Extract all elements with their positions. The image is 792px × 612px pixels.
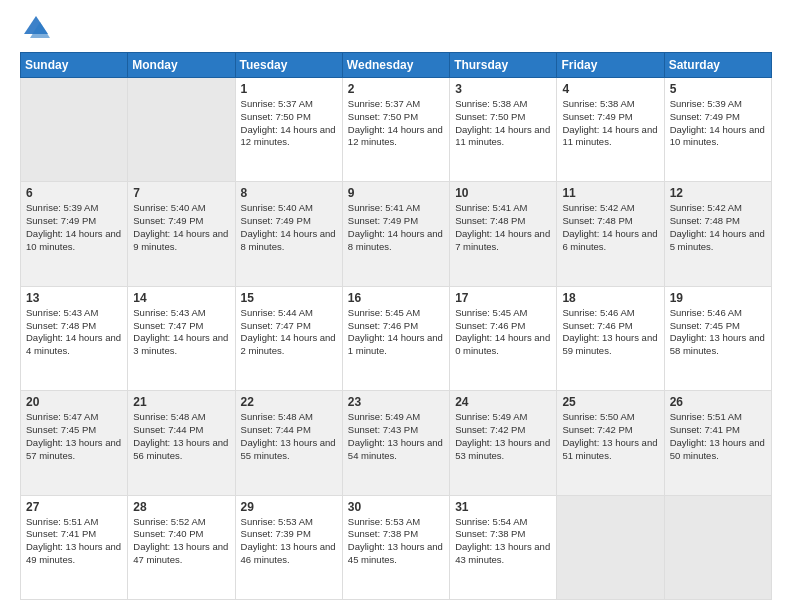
logo [20,16,50,42]
calendar-day-cell: 5Sunrise: 5:39 AM Sunset: 7:49 PM Daylig… [664,78,771,182]
calendar-header-cell: Sunday [21,53,128,78]
day-info: Sunrise: 5:46 AM Sunset: 7:45 PM Dayligh… [670,307,766,358]
day-info: Sunrise: 5:42 AM Sunset: 7:48 PM Dayligh… [562,202,658,253]
day-info: Sunrise: 5:40 AM Sunset: 7:49 PM Dayligh… [241,202,337,253]
day-info: Sunrise: 5:51 AM Sunset: 7:41 PM Dayligh… [26,516,122,567]
calendar-day-cell: 27Sunrise: 5:51 AM Sunset: 7:41 PM Dayli… [21,495,128,599]
day-number: 2 [348,82,444,96]
day-info: Sunrise: 5:38 AM Sunset: 7:50 PM Dayligh… [455,98,551,149]
day-info: Sunrise: 5:39 AM Sunset: 7:49 PM Dayligh… [26,202,122,253]
day-number: 7 [133,186,229,200]
day-number: 14 [133,291,229,305]
day-info: Sunrise: 5:42 AM Sunset: 7:48 PM Dayligh… [670,202,766,253]
day-info: Sunrise: 5:49 AM Sunset: 7:42 PM Dayligh… [455,411,551,462]
calendar-day-cell: 16Sunrise: 5:45 AM Sunset: 7:46 PM Dayli… [342,286,449,390]
calendar-day-cell: 30Sunrise: 5:53 AM Sunset: 7:38 PM Dayli… [342,495,449,599]
calendar-day-cell: 11Sunrise: 5:42 AM Sunset: 7:48 PM Dayli… [557,182,664,286]
day-info: Sunrise: 5:49 AM Sunset: 7:43 PM Dayligh… [348,411,444,462]
calendar-day-cell [128,78,235,182]
calendar-day-cell [21,78,128,182]
calendar-day-cell: 23Sunrise: 5:49 AM Sunset: 7:43 PM Dayli… [342,391,449,495]
day-info: Sunrise: 5:37 AM Sunset: 7:50 PM Dayligh… [241,98,337,149]
day-info: Sunrise: 5:41 AM Sunset: 7:48 PM Dayligh… [455,202,551,253]
calendar-day-cell: 13Sunrise: 5:43 AM Sunset: 7:48 PM Dayli… [21,286,128,390]
day-number: 21 [133,395,229,409]
calendar-day-cell: 9Sunrise: 5:41 AM Sunset: 7:49 PM Daylig… [342,182,449,286]
day-number: 10 [455,186,551,200]
day-number: 9 [348,186,444,200]
day-number: 20 [26,395,122,409]
calendar-day-cell: 31Sunrise: 5:54 AM Sunset: 7:38 PM Dayli… [450,495,557,599]
day-info: Sunrise: 5:46 AM Sunset: 7:46 PM Dayligh… [562,307,658,358]
day-number: 27 [26,500,122,514]
calendar-day-cell: 10Sunrise: 5:41 AM Sunset: 7:48 PM Dayli… [450,182,557,286]
calendar-day-cell: 22Sunrise: 5:48 AM Sunset: 7:44 PM Dayli… [235,391,342,495]
calendar-table: SundayMondayTuesdayWednesdayThursdayFrid… [20,52,772,600]
calendar-day-cell: 25Sunrise: 5:50 AM Sunset: 7:42 PM Dayli… [557,391,664,495]
day-number: 13 [26,291,122,305]
day-number: 24 [455,395,551,409]
day-info: Sunrise: 5:47 AM Sunset: 7:45 PM Dayligh… [26,411,122,462]
day-info: Sunrise: 5:53 AM Sunset: 7:39 PM Dayligh… [241,516,337,567]
day-number: 19 [670,291,766,305]
day-number: 22 [241,395,337,409]
calendar-day-cell: 4Sunrise: 5:38 AM Sunset: 7:49 PM Daylig… [557,78,664,182]
day-number: 30 [348,500,444,514]
day-info: Sunrise: 5:40 AM Sunset: 7:49 PM Dayligh… [133,202,229,253]
day-info: Sunrise: 5:43 AM Sunset: 7:48 PM Dayligh… [26,307,122,358]
day-number: 28 [133,500,229,514]
calendar-header-row: SundayMondayTuesdayWednesdayThursdayFrid… [21,53,772,78]
calendar-header-cell: Friday [557,53,664,78]
day-number: 3 [455,82,551,96]
day-number: 26 [670,395,766,409]
day-info: Sunrise: 5:45 AM Sunset: 7:46 PM Dayligh… [348,307,444,358]
day-info: Sunrise: 5:43 AM Sunset: 7:47 PM Dayligh… [133,307,229,358]
calendar-day-cell: 2Sunrise: 5:37 AM Sunset: 7:50 PM Daylig… [342,78,449,182]
day-number: 11 [562,186,658,200]
page: SundayMondayTuesdayWednesdayThursdayFrid… [0,0,792,612]
day-info: Sunrise: 5:50 AM Sunset: 7:42 PM Dayligh… [562,411,658,462]
day-info: Sunrise: 5:48 AM Sunset: 7:44 PM Dayligh… [241,411,337,462]
calendar-day-cell: 3Sunrise: 5:38 AM Sunset: 7:50 PM Daylig… [450,78,557,182]
calendar-day-cell: 21Sunrise: 5:48 AM Sunset: 7:44 PM Dayli… [128,391,235,495]
calendar-header-cell: Saturday [664,53,771,78]
calendar-day-cell: 7Sunrise: 5:40 AM Sunset: 7:49 PM Daylig… [128,182,235,286]
calendar-week-row: 27Sunrise: 5:51 AM Sunset: 7:41 PM Dayli… [21,495,772,599]
day-number: 6 [26,186,122,200]
day-number: 12 [670,186,766,200]
calendar-day-cell: 6Sunrise: 5:39 AM Sunset: 7:49 PM Daylig… [21,182,128,286]
day-info: Sunrise: 5:53 AM Sunset: 7:38 PM Dayligh… [348,516,444,567]
day-number: 25 [562,395,658,409]
day-info: Sunrise: 5:41 AM Sunset: 7:49 PM Dayligh… [348,202,444,253]
day-number: 31 [455,500,551,514]
day-number: 4 [562,82,658,96]
calendar-day-cell: 19Sunrise: 5:46 AM Sunset: 7:45 PM Dayli… [664,286,771,390]
calendar-week-row: 20Sunrise: 5:47 AM Sunset: 7:45 PM Dayli… [21,391,772,495]
calendar-day-cell: 18Sunrise: 5:46 AM Sunset: 7:46 PM Dayli… [557,286,664,390]
day-info: Sunrise: 5:54 AM Sunset: 7:38 PM Dayligh… [455,516,551,567]
calendar-day-cell: 24Sunrise: 5:49 AM Sunset: 7:42 PM Dayli… [450,391,557,495]
calendar-day-cell: 14Sunrise: 5:43 AM Sunset: 7:47 PM Dayli… [128,286,235,390]
calendar-day-cell: 1Sunrise: 5:37 AM Sunset: 7:50 PM Daylig… [235,78,342,182]
logo-icon [22,14,50,42]
day-number: 17 [455,291,551,305]
calendar-day-cell: 12Sunrise: 5:42 AM Sunset: 7:48 PM Dayli… [664,182,771,286]
day-number: 1 [241,82,337,96]
day-number: 8 [241,186,337,200]
day-info: Sunrise: 5:37 AM Sunset: 7:50 PM Dayligh… [348,98,444,149]
calendar-day-cell: 15Sunrise: 5:44 AM Sunset: 7:47 PM Dayli… [235,286,342,390]
day-number: 18 [562,291,658,305]
calendar-week-row: 1Sunrise: 5:37 AM Sunset: 7:50 PM Daylig… [21,78,772,182]
day-info: Sunrise: 5:45 AM Sunset: 7:46 PM Dayligh… [455,307,551,358]
calendar-header-cell: Tuesday [235,53,342,78]
calendar-body: 1Sunrise: 5:37 AM Sunset: 7:50 PM Daylig… [21,78,772,600]
calendar-day-cell: 28Sunrise: 5:52 AM Sunset: 7:40 PM Dayli… [128,495,235,599]
day-number: 29 [241,500,337,514]
calendar-day-cell: 8Sunrise: 5:40 AM Sunset: 7:49 PM Daylig… [235,182,342,286]
calendar-week-row: 6Sunrise: 5:39 AM Sunset: 7:49 PM Daylig… [21,182,772,286]
day-info: Sunrise: 5:48 AM Sunset: 7:44 PM Dayligh… [133,411,229,462]
calendar-day-cell: 29Sunrise: 5:53 AM Sunset: 7:39 PM Dayli… [235,495,342,599]
day-info: Sunrise: 5:44 AM Sunset: 7:47 PM Dayligh… [241,307,337,358]
calendar-week-row: 13Sunrise: 5:43 AM Sunset: 7:48 PM Dayli… [21,286,772,390]
day-number: 5 [670,82,766,96]
